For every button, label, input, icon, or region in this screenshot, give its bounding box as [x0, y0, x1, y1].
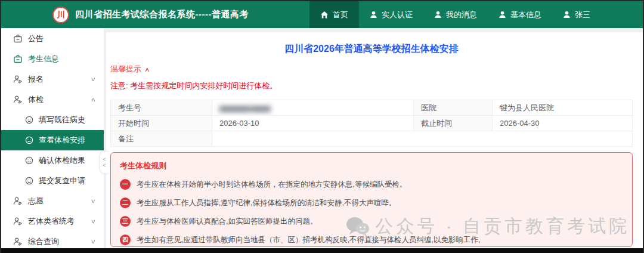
warm-tips-label: 温馨提示 [110, 64, 141, 75]
sidebar-item-label: 体检 [28, 94, 86, 105]
sidebar-item-view-exam-schedule[interactable]: 查看体检安排 [1, 130, 104, 150]
nav-home[interactable]: 首页 [309, 1, 359, 28]
user-icon [434, 11, 442, 18]
sidebar-item-label: 确认体检结果 [39, 155, 95, 166]
top-navigation: 首页 实人认证 我的消息 基本信息 张三 [309, 1, 601, 28]
page-title: 四川省2026年普通高等学校招生体检安排 [110, 43, 633, 55]
chevron-down-icon: ∨ [91, 76, 96, 82]
sidebar-item-physical-exam[interactable]: 体检 ∧ [1, 90, 104, 110]
rule-text: 考生应服从工作人员指挥,遵守纪律,保持体检场所的清洁和安静,不得大声喧哗。 [137, 198, 396, 208]
sidebar-item-registration[interactable]: 报名 ∨ [1, 69, 104, 90]
exam-schedule-table: 考生号 ▆▆▆▆▆▆ ▆▆▆▆ 医院 犍为县人民医院 开始时间 2026-03-… [110, 100, 633, 147]
rule-number-badge: 二 [120, 198, 131, 208]
end-time-value: 2026-04-30 [493, 116, 633, 131]
user-icon [499, 11, 506, 18]
rule-number-badge: 四 [120, 235, 131, 245]
sidebar-item-label: 公告 [28, 33, 95, 44]
exam-rules-panel: 考生体检规则 一 考生应在体检开始前半小时到达体检场所，在指定的地方安静休息,等… [110, 152, 633, 247]
sidebar-item-label: 填写既往病史 [39, 115, 95, 125]
rules-title: 考生体检规则 [120, 161, 623, 171]
rule-number-badge: 三 [120, 216, 131, 227]
announcement-icon [13, 34, 23, 44]
rule-text: 考生应在体检开始前半小时到达体检场所，在指定的地方安静休息,等候编队受检。 [137, 180, 407, 190]
table-row: 备注 [111, 131, 633, 147]
home-icon [320, 11, 329, 19]
sidebar-item-label: 考生信息 [28, 54, 95, 64]
smiley-icon [25, 136, 33, 144]
candidate-info-icon [13, 54, 23, 64]
person-edit-icon [13, 95, 23, 104]
smiley-icon [25, 116, 33, 124]
app-title: 四川省招生考试综合报名系统-----普通高考 [75, 9, 249, 20]
sidebar-item-label: 报名 [28, 74, 86, 85]
nav-real-person-auth[interactable]: 实人认证 [359, 1, 423, 28]
brand: 川 四川省招生考试综合报名系统-----普通高考 [1, 1, 309, 28]
start-time-label: 开始时间 [111, 116, 212, 131]
user-icon [370, 11, 377, 18]
nav-my-messages[interactable]: 我的消息 [423, 1, 488, 28]
sidebar-item-label: 志愿 [28, 196, 86, 206]
sidebar-item-confirm-exam-result[interactable]: 确认体检结果 [1, 150, 104, 171]
start-time-value: 2026-03-10 [212, 116, 414, 131]
chevron-up-icon: ∧ [91, 97, 96, 103]
nav-label: 张三 [575, 10, 590, 20]
main-area: 四川省2026年普通高等学校招生体检安排 温馨提示 ∧ 注意: 考生需按规定时间… [104, 28, 643, 248]
sidebar-item-label: 提交复查申请 [39, 175, 95, 186]
rule-item-3: 三 考生应与体检医师认真配合,如实回答医师提出的问题。 [120, 216, 623, 227]
notice-text: 注意: 考生需按规定时间内安排好时间进行体检。 [110, 81, 633, 91]
nav-label: 首页 [333, 10, 348, 20]
sidebar-item-arts-sports-exam[interactable]: 艺体类省统考 ∨ [1, 211, 104, 232]
candidate-number-redacted: ▆▆▆▆▆▆ ▆▆▆▆ [219, 104, 270, 112]
sidebar-item-candidate-info[interactable]: 考生信息 [1, 49, 104, 69]
chevron-left-icon: < [103, 162, 106, 168]
caret-up-icon: ∧ [144, 66, 150, 73]
hospital-value: 犍为县人民医院 [493, 100, 633, 116]
candidate-number-label: 考生号 [111, 100, 212, 116]
sidebar-item-volunteer[interactable]: 志愿 ∨ [1, 191, 104, 211]
chevron-down-icon: ∨ [91, 198, 96, 204]
user-icon [563, 11, 571, 18]
rule-item-2: 二 考生应服从工作人员指挥,遵守纪律,保持体检场所的清洁和安静,不得大声喧哗。 [120, 198, 623, 208]
remarks-label: 备注 [111, 131, 212, 147]
sichuan-seal-logo-icon: 川 [52, 7, 69, 23]
chevron-down-icon: ∨ [91, 239, 96, 245]
content-card: 四川省2026年普通高等学校招生体检安排 温馨提示 ∧ 注意: 考生需按规定时间… [106, 32, 643, 248]
sidebar-item-label: 查看体检安排 [39, 135, 95, 146]
sidebar-item-submit-recheck-request[interactable]: 提交复查申请 [1, 171, 104, 191]
app-window: 川 四川省招生考试综合报名系统-----普通高考 首页 实人认证 我的消息 基本… [0, 0, 644, 253]
candidate-number-value: ▆▆▆▆▆▆ ▆▆▆▆ [212, 100, 414, 116]
person-edit-icon [13, 196, 23, 206]
end-time-label: 截止时间 [414, 116, 493, 131]
rule-text: 考生应与体检医师认真配合,如实回答医师提出的问题。 [137, 217, 317, 227]
smiley-icon [25, 177, 33, 185]
table-row: 开始时间 2026-03-10 截止时间 2026-04-30 [111, 116, 633, 131]
warm-tips-toggle[interactable]: 温馨提示 ∧ [110, 64, 149, 75]
rule-item-1: 一 考生应在体检开始前半小时到达体检场所，在指定的地方安静休息,等候编队受检。 [120, 179, 623, 190]
chevron-down-icon: ∨ [91, 218, 96, 224]
sidebar-item-label: 艺体类省统考 [28, 216, 86, 227]
sidebar-collapse-handle[interactable]: < < [100, 151, 109, 174]
sidebar: 公告 考生信息 报名 ∨ 体检 ∧ 填写既往病史 [1, 28, 104, 248]
sidebar-item-announcements[interactable]: 公告 [1, 29, 104, 49]
person-edit-icon [13, 75, 23, 84]
table-row: 考生号 ▆▆▆▆▆▆ ▆▆▆▆ 医院 犍为县人民医院 [111, 100, 633, 116]
nav-basic-info[interactable]: 基本信息 [488, 1, 552, 28]
nav-label: 基本信息 [510, 10, 541, 20]
nav-user-zhangsan[interactable]: 张三 [552, 1, 601, 28]
smiley-icon [25, 156, 33, 165]
person-edit-icon [13, 237, 23, 246]
person-edit-icon [13, 217, 23, 226]
top-header-bar: 川 四川省招生考试综合报名系统-----普通高考 首页 实人认证 我的消息 基本… [1, 1, 643, 28]
sidebar-item-label: 综合查询 [28, 236, 86, 247]
rule-text: 考生如有意见,应通过带队教师向当地县（市、区）招考机构反映,不得直接与体检人员纠… [137, 235, 480, 245]
window-bottom-edge [1, 248, 643, 253]
sidebar-item-fill-medical-history[interactable]: 填写既往病史 [1, 110, 104, 130]
nav-label: 我的消息 [446, 10, 477, 20]
chevron-left-icon: < [103, 156, 106, 162]
rule-item-4: 四 考生如有意见,应通过带队教师向当地县（市、区）招考机构反映,不得直接与体检人… [120, 235, 623, 245]
hospital-label: 医院 [414, 100, 493, 116]
rule-number-badge: 一 [120, 179, 131, 190]
logo-glyph: 川 [57, 11, 65, 18]
nav-label: 实人认证 [382, 10, 413, 20]
remarks-value [212, 131, 633, 147]
